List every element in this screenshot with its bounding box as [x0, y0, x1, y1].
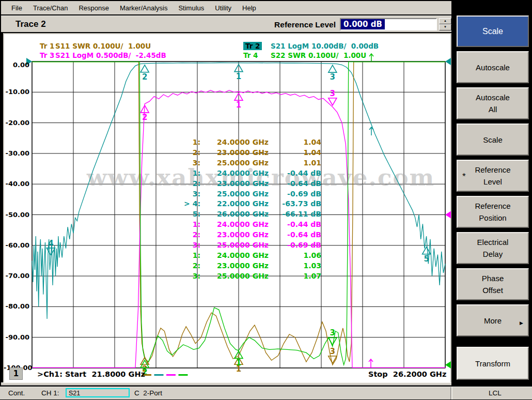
- marker-value: 1.07: [263, 272, 321, 280]
- softkey-label: Level: [483, 176, 502, 188]
- sweep-start-label: >Ch1: Start 21.8000 GHz: [37, 370, 145, 378]
- softkey-label: Reference: [475, 200, 510, 212]
- softkey-electrical-delay[interactable]: ElectricalDelay: [457, 232, 529, 264]
- softkey-label: Autoscale: [476, 61, 510, 73]
- active-entry-asterisk: *: [462, 171, 466, 182]
- trace-select-tr-1[interactable]: Tr 1: [40, 42, 54, 50]
- marker-value: -0.44 dB: [263, 220, 321, 228]
- marker-value: -0.64 dB: [263, 179, 321, 188]
- y-axis-tick-label: -70.00: [4, 272, 29, 280]
- softkey-autoscale-all[interactable]: AutoscaleAll: [457, 87, 529, 119]
- marker-value: 1.04: [263, 138, 321, 146]
- trace-select-tr-3[interactable]: Tr 3: [40, 51, 54, 59]
- softkey-transform[interactable]: Transform: [457, 347, 529, 380]
- softkey-scale[interactable]: Scale: [457, 124, 529, 156]
- menu-item-help[interactable]: Help: [240, 3, 258, 13]
- marker-value: 1.04: [263, 148, 321, 157]
- marker-number: 1:: [170, 138, 200, 146]
- marker-value: -66.11 dB: [263, 210, 321, 218]
- y-axis-tick-label: 0.00: [4, 61, 29, 69]
- menu-item-stimulus[interactable]: Stimulus: [176, 3, 206, 13]
- marker-number: 5:: [170, 210, 200, 218]
- sweep-mode-status: Cont.: [8, 389, 25, 397]
- menu-bar: FileTrace/ChanResponseMarker/AnalysisSti…: [1, 1, 451, 14]
- menu-item-marker-analysis[interactable]: Marker/Analysis: [118, 3, 169, 13]
- marker-value: -63.73 dB: [263, 199, 321, 208]
- window-frame-bottom: [1, 382, 451, 386]
- spinner-up-button[interactable]: ▲: [439, 18, 451, 24]
- marker-value: 1.03: [263, 261, 321, 270]
- marker-value: 1.06: [263, 251, 321, 259]
- marker-number: 1:: [170, 220, 200, 228]
- marker-number: > 4:: [170, 199, 200, 208]
- measurement-status-value: S21: [69, 390, 80, 397]
- trace-format-label: S22 SWR 0.100U/ 1.00U: [271, 51, 366, 59]
- y-axis-tick-label: -20.00: [4, 119, 29, 127]
- y-axis-tick-label: -60.00: [4, 241, 29, 249]
- marker-number: 1:: [170, 169, 200, 177]
- submenu-arrow-icon: ▶: [520, 317, 523, 329]
- menu-item-utility[interactable]: Utility: [213, 3, 233, 13]
- marker-value: -0.69 dB: [263, 241, 321, 249]
- softkey-autoscale[interactable]: Autoscale: [457, 51, 529, 83]
- channel-number-badge: 1: [9, 367, 23, 380]
- trace-format-label: S11 SWR 0.100U/ 1.00U: [55, 42, 151, 50]
- marker-number: 2:: [170, 230, 200, 239]
- y-axis-tick-label: -30.00: [4, 149, 29, 157]
- softkey-menu-header-scale[interactable]: Scale: [457, 16, 529, 47]
- status-divider: [450, 387, 452, 399]
- softkey-reference-level[interactable]: ReferenceLevel*: [457, 160, 529, 192]
- softkey-label: Phase: [482, 272, 504, 284]
- measurement-display-area[interactable]: [3, 33, 451, 386]
- sweep-stop-label: Stop 26.2000 GHz: [368, 370, 446, 378]
- marker-number: 2:: [170, 261, 200, 270]
- softkey-label: Offset: [482, 284, 503, 296]
- trace-select-tr-2[interactable]: Tr 2: [243, 42, 262, 50]
- marker-number: 3:: [170, 241, 200, 249]
- marker-number: 2:: [170, 148, 200, 157]
- reference-level-spinner: ▲ ▼: [439, 18, 451, 31]
- softkey-label: Transform: [475, 358, 510, 370]
- marker-value: -0.44 dB: [263, 169, 321, 177]
- calibration-status: C 2-Port: [134, 389, 162, 397]
- softkey-reference-position[interactable]: ReferencePosition: [457, 196, 529, 228]
- menu-item-response[interactable]: Response: [76, 3, 111, 13]
- marker-value: 1.01: [263, 159, 321, 167]
- softkey-label: Delay: [483, 248, 503, 260]
- reference-level-label: Reference Level: [259, 20, 336, 29]
- marker-number: 3:: [170, 272, 200, 280]
- trace-select-tr-4[interactable]: Tr 4: [243, 51, 258, 59]
- trace-format-label: S21 LogM 10.00dB/ 0.00dB: [271, 42, 379, 50]
- softkey-more[interactable]: More▶: [457, 304, 529, 336]
- y-axis-tick-label: -40.00: [4, 180, 29, 188]
- active-trace-title: Trace 2: [15, 19, 46, 29]
- marker-value: -0.69 dB: [263, 190, 321, 198]
- menu-item-trace-chan[interactable]: Trace/Chan: [31, 3, 70, 13]
- y-axis-tick-label: -80.00: [4, 302, 29, 310]
- marker-number: 1:: [170, 251, 200, 259]
- softkey-label: Reference: [475, 164, 510, 176]
- measurement-status-box[interactable]: S21: [66, 388, 130, 397]
- y-axis-tick-label: -90.00: [4, 333, 29, 341]
- marker-number: 3:: [170, 190, 200, 198]
- scale-toolbar: Trace 2 Reference Level 0.000 dB ▲ ▼: [1, 16, 451, 32]
- softkey-label: Scale: [483, 134, 503, 146]
- vna-application-window: FileTrace/ChanResponseMarker/AnalysisSti…: [0, 0, 532, 400]
- status-bar: Cont. CH 1: S21 C 2-Port LCL: [0, 387, 532, 399]
- softkey-label: Autoscale: [476, 91, 510, 103]
- softkey-label: More: [484, 315, 502, 327]
- softkey-label: Position: [479, 212, 506, 224]
- marker-value: -0.64 dB: [263, 230, 321, 239]
- marker-number: 2:: [170, 179, 200, 188]
- menu-item-file[interactable]: File: [9, 3, 24, 13]
- y-axis-tick-label: -50.00: [4, 211, 29, 219]
- softkey-label: All: [489, 103, 497, 115]
- y-axis-tick-label: -10.00: [4, 88, 29, 96]
- reference-level-input[interactable]: 0.000 dB: [340, 18, 437, 30]
- softkey-sidebar: Scale AutoscaleAutoscaleAllScaleReferenc…: [453, 0, 532, 387]
- spinner-down-button[interactable]: ▼: [439, 24, 451, 30]
- marker-number: 3:: [170, 159, 200, 167]
- softkey-phase-offset[interactable]: PhaseOffset: [457, 268, 529, 300]
- channel-status-label: CH 1:: [41, 389, 59, 397]
- reference-level-value: 0.000 dB: [341, 19, 385, 29]
